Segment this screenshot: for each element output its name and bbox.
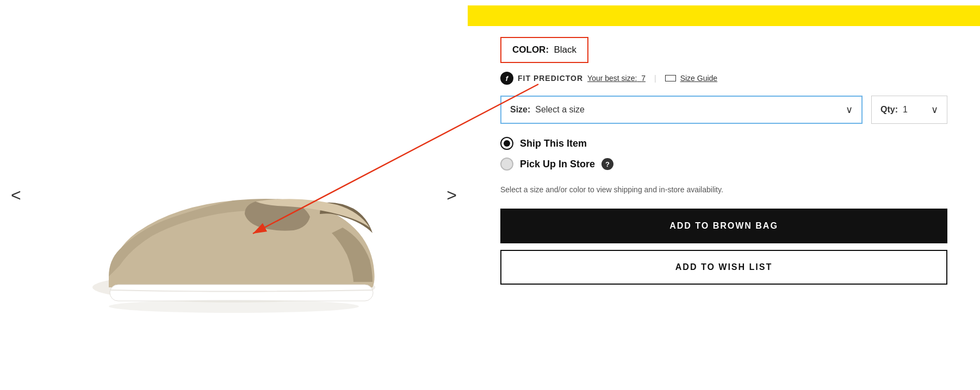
size-chevron-icon: ∨ <box>846 104 853 116</box>
ruler-icon <box>665 75 676 81</box>
ship-this-item-label: Ship This Item <box>520 138 587 149</box>
ship-radio-button[interactable] <box>500 137 513 150</box>
size-placeholder: Select a size <box>535 105 585 114</box>
page-container: < <box>0 0 980 390</box>
ship-this-item-option[interactable]: Ship This Item <box>500 137 947 150</box>
fit-predictor-row: f FIT PREDICTOR Your best size: 7 | Size… <box>500 72 947 85</box>
best-size-link[interactable]: Your best size: 7 <box>587 74 646 83</box>
best-size-label: Your best size: <box>587 74 637 83</box>
divider: | <box>654 74 656 83</box>
qty-value: 1 <box>903 105 908 114</box>
fit-icon-label: f <box>506 74 508 83</box>
qty-chevron-icon: ∨ <box>931 104 938 116</box>
ship-radio-inner <box>504 140 510 147</box>
prev-image-button[interactable]: < <box>11 185 21 205</box>
product-section: COLOR: Black f FIT PREDICTOR Your best s… <box>468 0 980 390</box>
color-key: COLOR: <box>512 45 549 55</box>
fulfillment-options: Ship This Item Pick Up In Store ? <box>500 137 947 178</box>
color-row: COLOR: Black <box>500 37 947 63</box>
product-image <box>65 54 402 336</box>
fit-predictor-icon[interactable]: f <box>500 72 513 85</box>
qty-selector[interactable]: Qty: 1 ∨ <box>871 96 947 124</box>
size-qty-row: Size: Select a size ∨ Qty: 1 ∨ <box>500 96 947 124</box>
next-image-button[interactable]: > <box>446 185 457 205</box>
color-label: COLOR: Black <box>512 45 576 55</box>
color-label-box: COLOR: Black <box>500 37 588 63</box>
pickup-in-store-option[interactable]: Pick Up In Store ? <box>500 158 947 171</box>
add-to-bag-button[interactable]: ADD TO BROWN BAG <box>500 209 947 243</box>
image-section: < <box>0 0 468 390</box>
size-selector-text: Size: Select a size <box>510 105 846 115</box>
availability-text: Select a size and/or color to view shipp… <box>500 185 947 196</box>
pickup-in-store-label: Pick Up In Store <box>520 159 595 170</box>
size-selector[interactable]: Size: Select a size ∨ <box>500 96 863 124</box>
size-guide-link[interactable]: Size Guide <box>680 74 717 83</box>
pickup-help-icon[interactable]: ? <box>601 158 613 170</box>
size-label: Size: <box>510 105 530 114</box>
color-value: Black <box>554 45 577 55</box>
best-size-value: 7 <box>641 74 646 83</box>
promo-bar <box>468 5 980 26</box>
svg-rect-1 <box>110 285 373 301</box>
qty-selector-text: Qty: 1 <box>880 105 931 115</box>
add-to-wishlist-button[interactable]: ADD TO WISH LIST <box>500 250 947 285</box>
svg-point-2 <box>109 300 359 313</box>
fit-predictor-label: FIT PREDICTOR <box>518 74 583 83</box>
qty-label: Qty: <box>880 105 898 114</box>
pickup-radio-button[interactable] <box>500 158 513 171</box>
